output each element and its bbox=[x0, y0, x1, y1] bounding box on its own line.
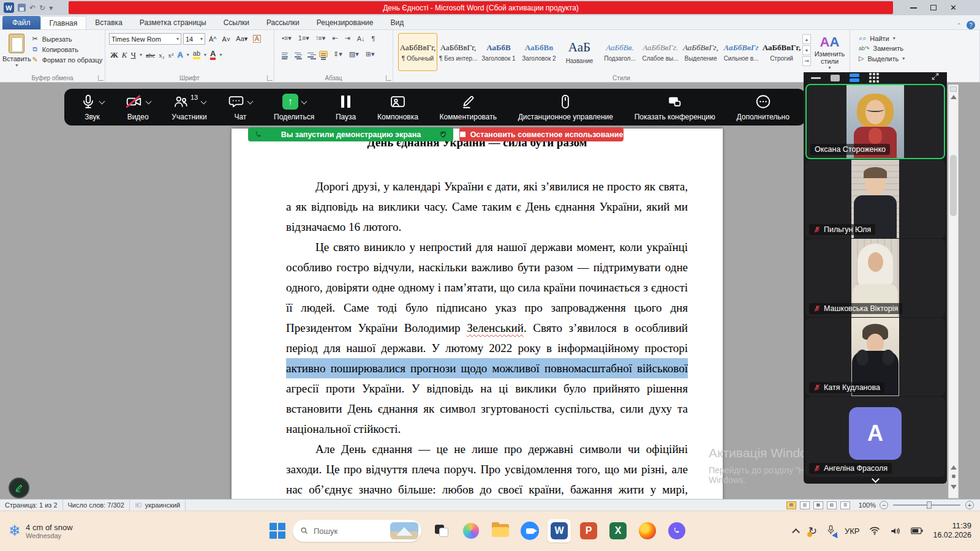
style-gallery-item[interactable]: АаБбВвГг,Выделение bbox=[681, 33, 720, 71]
shrink-font-button[interactable]: А˅ bbox=[221, 35, 233, 43]
taskbar-app-copilot[interactable] bbox=[459, 519, 483, 542]
speaker-view-icon[interactable] bbox=[831, 75, 840, 81]
update-sync-icon[interactable]: ↻ bbox=[809, 525, 817, 538]
draft-view-button[interactable]: ☰ bbox=[840, 501, 850, 509]
document-text-line[interactable]: встановити День єднання як символ згурто… bbox=[286, 399, 688, 419]
taskbar-app-word[interactable]: W bbox=[548, 519, 571, 542]
gallery-view-icon[interactable] bbox=[850, 73, 859, 82]
line-spacing-button[interactable]: ⇕▾ bbox=[332, 50, 344, 59]
change-styles-button[interactable]: АА Изменить стили ▾ bbox=[812, 32, 847, 73]
zoom-toolbar-chat-button[interactable]: Чат bbox=[228, 94, 252, 121]
chevron-down-icon[interactable] bbox=[99, 98, 105, 104]
style-gallery-item[interactable]: АаБбВвЗаголовок 2 bbox=[519, 33, 559, 71]
save-icon[interactable] bbox=[18, 4, 26, 12]
participant-tile[interactable]: Машковська Вікторія bbox=[805, 239, 945, 317]
zoom-level[interactable]: 100% bbox=[859, 501, 876, 509]
document-text-line[interactable]: агресії проти України. У відповідь на ці… bbox=[286, 378, 688, 399]
document-text-line[interactable]: національної стійкості. bbox=[286, 419, 688, 439]
strikethrough-button[interactable]: abc bbox=[146, 51, 155, 59]
undo-icon[interactable]: ↶ bbox=[29, 4, 36, 12]
cut-button[interactable]: ✂Вырезать bbox=[31, 35, 103, 43]
zoom-toolbar-camera-off-button[interactable]: Видео bbox=[126, 94, 151, 121]
zoom-toolbar-pause-button[interactable]: Пауза bbox=[336, 94, 356, 121]
ribbon-tab[interactable]: Главная bbox=[40, 16, 87, 29]
style-gallery-item[interactable]: АаБбВвГг,¶ Обычный bbox=[398, 33, 437, 71]
document-text-line[interactable]: заходи. Це про відчуття плеча поруч. Про… bbox=[286, 459, 688, 479]
minimize-ribbon-icon[interactable]: ⌃ bbox=[957, 22, 962, 29]
battery-icon[interactable] bbox=[911, 527, 923, 534]
language-tray-indicator[interactable]: УКР bbox=[845, 527, 860, 536]
zoom-toolbar-participants-button[interactable]: 13Участники bbox=[172, 94, 206, 121]
participant-tile[interactable]: Пильгун Юля bbox=[805, 160, 945, 238]
style-gallery-item[interactable]: АаБбВЗаголовок 1 bbox=[479, 33, 518, 71]
zoom-toolbar-annotate-button[interactable]: Комментировать bbox=[440, 94, 497, 121]
bold-button[interactable]: Ж bbox=[110, 50, 118, 60]
scroll-up-arrow[interactable] bbox=[951, 95, 957, 99]
document-text-line[interactable]: Але День єднання — це не лише про держав… bbox=[286, 439, 688, 459]
language-indicator[interactable]: украинский bbox=[130, 500, 186, 511]
start-button[interactable] bbox=[270, 523, 285, 539]
chevron-down-icon[interactable] bbox=[201, 98, 207, 104]
document-page[interactable]: День єднання України — сила бути разом Д… bbox=[232, 129, 723, 499]
document-text-line[interactable]: її людей. Саме тоді було підписано указ … bbox=[286, 298, 688, 318]
document-text-line[interactable]: особливо гостро відчули, наскільки важли… bbox=[286, 257, 688, 277]
restore-button[interactable] bbox=[930, 5, 937, 10]
style-gallery-item[interactable]: АаБбВвГг.Слабое вы... bbox=[641, 33, 680, 71]
text-effects-dropdown-icon[interactable]: ▾ bbox=[187, 52, 189, 58]
chevron-down-icon[interactable] bbox=[247, 98, 254, 104]
highlight-color-button[interactable]: ab bbox=[193, 50, 200, 59]
volume-icon[interactable] bbox=[890, 527, 901, 536]
numbering-button[interactable]: 1≡▾ bbox=[297, 34, 311, 43]
ribbon-tab[interactable]: Разметка страницы bbox=[131, 16, 215, 29]
paste-dropdown-icon[interactable]: ▾ bbox=[15, 62, 18, 68]
sort-button[interactable]: А↓ bbox=[356, 34, 366, 43]
superscript-button[interactable]: х² bbox=[168, 51, 174, 59]
participant-tile[interactable]: ААнгеліна Фрасоля bbox=[805, 397, 945, 477]
taskbar-app-excel[interactable]: X bbox=[606, 519, 630, 542]
word-count[interactable]: Число слов: 7/302 bbox=[63, 500, 130, 511]
bullets-button[interactable]: •≡▾ bbox=[281, 34, 293, 43]
style-gallery-item[interactable]: АаБНазвание bbox=[560, 33, 599, 71]
zoom-toolbar-layout-button[interactable]: Компоновка bbox=[377, 94, 418, 121]
minimize-button[interactable] bbox=[910, 7, 917, 9]
chevron-down-icon[interactable] bbox=[301, 98, 307, 104]
align-center-button[interactable] bbox=[293, 51, 302, 58]
zoom-slider-track[interactable] bbox=[893, 504, 960, 506]
scrollbar-thumb[interactable] bbox=[950, 155, 957, 216]
clock[interactable]: 11:39 16.02.2026 bbox=[933, 521, 971, 541]
style-gallery-item[interactable]: АаБбВв.Подзагол... bbox=[600, 33, 639, 71]
find-button[interactable]: ⌕⌕Найти ▾ bbox=[859, 34, 977, 42]
ribbon-tab[interactable]: Рецензирование bbox=[308, 16, 382, 29]
ribbon-tab[interactable]: Вставка bbox=[86, 16, 131, 29]
replace-button[interactable]: ab↷Заменить bbox=[859, 45, 977, 52]
ribbon-tab[interactable]: Ссылки bbox=[215, 16, 258, 29]
taskbar-app-zoom-app[interactable] bbox=[518, 519, 541, 542]
decrease-indent-button[interactable]: ⇤ bbox=[331, 34, 339, 43]
word-app-icon[interactable]: W bbox=[4, 2, 14, 13]
participant-tile[interactable]: Катя Кудланова bbox=[805, 318, 945, 396]
align-left-button[interactable] bbox=[281, 51, 289, 58]
increase-indent-button[interactable]: ⇥ bbox=[344, 34, 352, 43]
highlight-dropdown-icon[interactable]: ▾ bbox=[204, 52, 206, 58]
paragraph-dialog-launcher[interactable] bbox=[386, 75, 391, 81]
change-case-button[interactable]: Аа▾ bbox=[234, 34, 249, 43]
text-effects-button[interactable]: А bbox=[177, 50, 183, 59]
font-color-dropdown-icon[interactable]: ▾ bbox=[219, 52, 222, 58]
underline-button[interactable]: Ч bbox=[131, 50, 136, 60]
taskbar-app-firefox[interactable] bbox=[636, 519, 659, 542]
font-dialog-launcher[interactable] bbox=[267, 75, 273, 81]
print-layout-view-button[interactable]: ▤ bbox=[786, 501, 796, 509]
participant-tile[interactable]: Оксана Стороженко bbox=[805, 84, 945, 159]
grow-font-button[interactable]: А́^ bbox=[207, 35, 219, 43]
previous-page-button[interactable] bbox=[951, 465, 957, 470]
styles-scroll-up-icon[interactable]: ▲ bbox=[802, 34, 811, 44]
document-text-line[interactable]: нас об’єднує значно більше: любов до сво… bbox=[286, 479, 688, 499]
borders-button[interactable]: ⊞▾ bbox=[364, 50, 376, 59]
clipboard-dialog-launcher[interactable] bbox=[98, 75, 104, 81]
next-page-button[interactable] bbox=[951, 485, 957, 489]
styles-scroll-down-icon[interactable]: ▼ bbox=[802, 45, 811, 55]
search-highlight-thumbnail[interactable] bbox=[390, 522, 418, 539]
weather-widget[interactable]: ❄ 4 cm of snow Wednesday bbox=[0, 522, 270, 539]
outline-view-button[interactable]: ▧ bbox=[827, 501, 837, 509]
ribbon-tab[interactable]: Вид bbox=[382, 16, 412, 29]
